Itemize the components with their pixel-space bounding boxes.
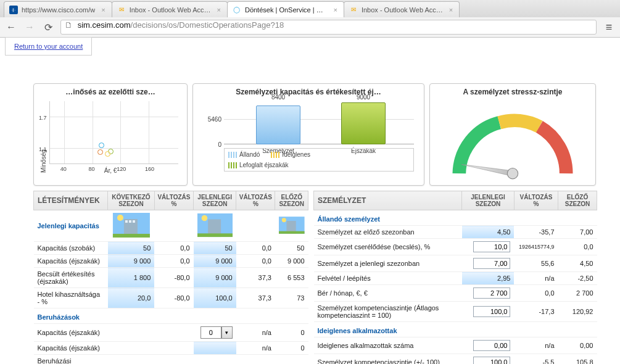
table-row: Kapacitás (éjszakák) 9 000 0,0 9 000 0,0… bbox=[34, 255, 308, 268]
table-row: Bér / hónap, €, € 0,0 2 700 bbox=[314, 285, 597, 302]
panel-title: Személyzeti kapacitás és értékesített éj… bbox=[198, 88, 419, 96]
page-icon: 🗋 bbox=[65, 20, 73, 30]
staff-title: SZEMÉLYZET bbox=[314, 191, 462, 210]
temp-count-input[interactable] bbox=[473, 340, 510, 351]
close-icon[interactable]: × bbox=[334, 6, 337, 14]
wage-input[interactable] bbox=[473, 287, 510, 299]
quality-price-panel: …inősés az ezelőtti sze… Minőség 1.7 1.1… bbox=[33, 83, 188, 186]
bar-nights bbox=[341, 102, 386, 144]
facilities-title: LÉTESÍTMÉNYEK bbox=[34, 191, 108, 210]
svg-rect-15 bbox=[279, 231, 305, 234]
table-row: Személyzet cserélődése (becslés), % 1926… bbox=[314, 239, 597, 255]
scatter-point bbox=[105, 151, 110, 157]
table-row: Kapacitás (éjszakák) ▾ n/a 0 bbox=[34, 324, 308, 342]
current-capacity-label: Jelenlegi kapacitás bbox=[34, 210, 108, 242]
outlook-icon: ✉ bbox=[117, 6, 126, 14]
browser-tab-2[interactable]: ◯ Döntések | OnService | CE… × bbox=[227, 1, 344, 17]
url-path: /decisions/os/DomesticOperationsPage?18 bbox=[131, 20, 284, 30]
outlook-icon: ✉ bbox=[349, 6, 358, 14]
browser-tab-1[interactable]: ✉ Inbox - Outlook Web Acc… × bbox=[112, 1, 228, 17]
scatter-point bbox=[99, 143, 104, 148]
svg-rect-4 bbox=[125, 220, 127, 223]
svg-rect-7 bbox=[112, 234, 149, 238]
close-icon[interactable]: × bbox=[449, 6, 453, 14]
section-title: Állandó személyzet bbox=[314, 210, 597, 226]
table-row: Beruházási bbox=[34, 355, 308, 365]
svg-rect-5 bbox=[128, 220, 131, 223]
svg-rect-6 bbox=[132, 220, 134, 223]
address-bar[interactable]: 🗋 sim.cesim.com/decisions/os/DomesticOpe… bbox=[60, 20, 597, 35]
svg-point-13 bbox=[282, 218, 286, 222]
tab-title: https://www.cisco.com/w bbox=[22, 6, 95, 14]
y-axis-label: Minőség bbox=[39, 99, 48, 173]
forward-button[interactable]: → bbox=[23, 21, 36, 33]
x-axis-label: Ár, € bbox=[104, 167, 117, 174]
svg-rect-11 bbox=[197, 233, 233, 237]
table-row: Hotel kihasználtsága - % 20,0 -80,0 100,… bbox=[34, 288, 308, 308]
section-title: Beruházások bbox=[34, 308, 308, 324]
scatter-plot: 1.7 1.1 40 80 120 160 bbox=[49, 101, 178, 164]
table-row: Becsült értékesítés (éjszakák) 1 800 -80… bbox=[34, 268, 308, 288]
facilities-table: LÉTESÍTMÉNYEK KÖVETKEZŐ SZEZON VÁLTOZÁS … bbox=[33, 191, 308, 364]
bar-legend: Állandó Ideiglenes Lefoglalt éjszakák bbox=[224, 148, 414, 172]
panel-title: …inősés az ezelőtti sze… bbox=[39, 88, 182, 96]
table-row: Kapacitás (szobák) 50 0,0 50 0,0 50 bbox=[34, 242, 308, 255]
table-row: Kapacitás (éjszakák) n/a 0 bbox=[34, 342, 308, 355]
table-row: Személyzet a jelenlegi szezonban 55,6 4,… bbox=[314, 255, 597, 272]
table-row: Személyzet az előző szezonban 4,50 -35,7… bbox=[314, 226, 597, 239]
close-icon[interactable]: × bbox=[101, 6, 105, 14]
tab-title: Inbox - Outlook Web Acc… bbox=[362, 6, 443, 14]
capacity-panel: Személyzeti kapacitás és értékesített éj… bbox=[192, 83, 424, 186]
return-banner: Return to your account bbox=[5, 37, 92, 56]
browser-tab-3[interactable]: ✉ Inbox - Outlook Web Acc… × bbox=[344, 1, 460, 17]
table-row: Felvétel / leépítés 2,95 n/a -2,50 bbox=[314, 272, 597, 285]
back-button[interactable]: ← bbox=[5, 21, 17, 33]
svg-point-0 bbox=[507, 168, 518, 179]
temp-competence-input[interactable] bbox=[473, 357, 510, 364]
scatter-point bbox=[97, 149, 103, 155]
tab-title: Döntések | OnService | CE… bbox=[245, 6, 328, 14]
table-row: Ideiglenes alkalmazottak száma n/a 0,00 bbox=[314, 337, 597, 354]
url-bar: ← → ⟳ 🗋 sim.cesim.com/decisions/os/Domes… bbox=[0, 17, 620, 37]
section-title: Ideiglenes alkalmazottak bbox=[314, 322, 597, 337]
stepper-button[interactable]: ▾ bbox=[221, 326, 233, 339]
panel-title: A személyzet stressz-szintje bbox=[435, 88, 590, 96]
capacity-input[interactable] bbox=[200, 326, 221, 339]
stress-gauge bbox=[435, 99, 590, 181]
url-host: sim.cesim.com bbox=[78, 20, 131, 30]
tab-title: Inbox - Outlook Web Acc… bbox=[130, 6, 211, 14]
page-body: …inősés az ezelőtti sze… Minőség 1.7 1.1… bbox=[0, 38, 620, 364]
staff-table: SZEMÉLYZET JELENLEGI SZEZON VÁLTOZÁS % E… bbox=[313, 191, 597, 364]
current-staff-input[interactable] bbox=[473, 258, 510, 269]
cisco-icon: ∙∥∙ bbox=[9, 6, 18, 14]
svg-point-2 bbox=[117, 215, 123, 221]
turnover-input[interactable] bbox=[473, 241, 510, 252]
browser-tab-0[interactable]: ∙∥∙ https://www.cisco.com/w × bbox=[4, 1, 112, 17]
return-link[interactable]: Return to your account bbox=[14, 43, 83, 50]
browser-chrome: ∙∥∙ https://www.cisco.com/w × ✉ Inbox - … bbox=[0, 0, 620, 38]
tab-strip: ∙∥∙ https://www.cisco.com/w × ✉ Inbox - … bbox=[0, 0, 620, 17]
competence-input[interactable] bbox=[473, 306, 510, 317]
cesim-icon: ◯ bbox=[233, 6, 241, 14]
table-row: Személyzet kompetenciaszintje (Átlagos k… bbox=[314, 302, 597, 322]
bar-plot: 8400 9000 Személyzet Éjszakák bbox=[224, 102, 414, 144]
svg-point-9 bbox=[201, 215, 207, 221]
close-icon[interactable]: × bbox=[217, 6, 221, 14]
capacity-stepper[interactable]: ▾ bbox=[200, 326, 233, 339]
menu-icon[interactable]: ≡ bbox=[603, 21, 615, 33]
stress-gauge-panel: A személyzet stressz-szintje bbox=[429, 83, 596, 186]
table-row: Személyzet kompetenciaszintje (+/- 100) … bbox=[314, 354, 597, 365]
bar-staff bbox=[256, 105, 300, 144]
bar-y-axis: 0 5460 bbox=[198, 102, 224, 144]
reload-button[interactable]: ⟳ bbox=[42, 21, 54, 33]
